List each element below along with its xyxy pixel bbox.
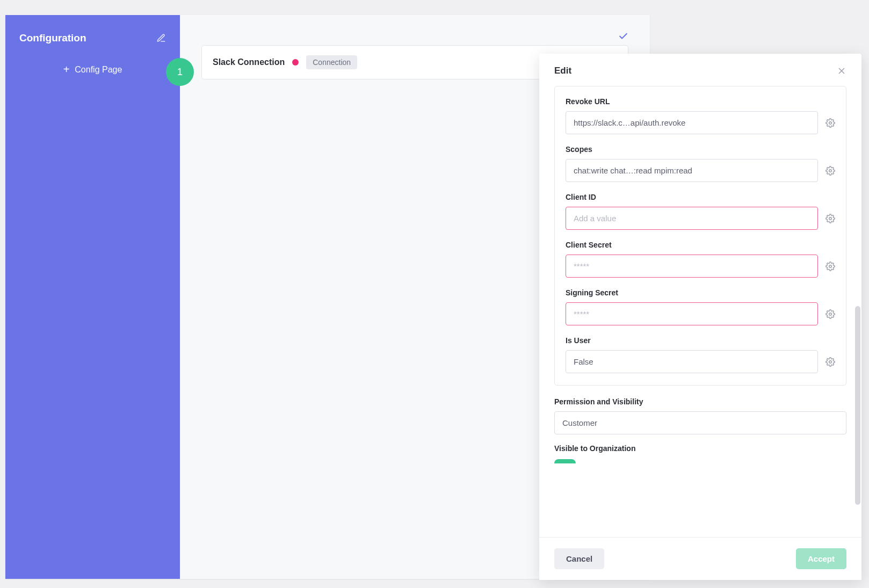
visible-org-toggle[interactable] (554, 459, 576, 463)
edit-panel-body: Revoke URL Scopes Client I (539, 86, 861, 537)
visible-org-label: Visible to Organization (554, 444, 846, 453)
signing-secret-input[interactable] (566, 302, 818, 325)
gear-icon[interactable] (825, 118, 835, 128)
edit-panel-footer: Cancel Accept (539, 537, 861, 580)
step-badge: 1 (166, 58, 194, 86)
gear-icon[interactable] (825, 214, 835, 223)
client-id-input[interactable] (566, 207, 818, 230)
accept-button[interactable]: Accept (796, 548, 846, 569)
connection-fields-section: Revoke URL Scopes Client I (554, 86, 846, 386)
cancel-button[interactable]: Cancel (554, 548, 604, 569)
status-dot-icon (292, 59, 299, 66)
field-client-secret: Client Secret (566, 241, 835, 278)
add-config-label: Config Page (75, 65, 122, 75)
field-client-id: Client ID (566, 193, 835, 230)
is-user-label: Is User (566, 336, 835, 345)
signing-secret-label: Signing Secret (566, 288, 835, 297)
sidebar-header: Configuration (19, 32, 166, 44)
revoke-url-input[interactable] (566, 111, 818, 134)
sidebar-title: Configuration (19, 32, 86, 44)
svg-point-6 (829, 313, 832, 315)
revoke-url-label: Revoke URL (566, 97, 835, 106)
edit-panel: Edit Revoke URL Scopes (539, 54, 861, 580)
permission-select[interactable]: Customer (554, 411, 846, 434)
connection-title: Slack Connection (213, 57, 285, 67)
client-id-label: Client ID (566, 193, 835, 201)
sidebar: Configuration 1 + Config Page (5, 15, 180, 579)
plus-icon: + (63, 63, 70, 76)
edit-panel-header: Edit (539, 54, 861, 86)
check-icon[interactable] (618, 31, 628, 41)
edit-panel-title: Edit (554, 66, 571, 76)
is-user-input[interactable] (566, 350, 818, 373)
field-is-user: Is User (566, 336, 835, 373)
scrollbar[interactable] (855, 306, 860, 505)
svg-point-5 (829, 265, 832, 267)
close-icon[interactable] (837, 66, 846, 76)
svg-point-2 (829, 121, 832, 124)
client-secret-label: Client Secret (566, 241, 835, 249)
field-signing-secret: Signing Secret (566, 288, 835, 325)
svg-point-7 (829, 360, 832, 363)
scopes-input[interactable] (566, 159, 818, 182)
gear-icon[interactable] (825, 166, 835, 176)
add-config-page-button[interactable]: + Config Page (19, 63, 166, 76)
scopes-label: Scopes (566, 145, 835, 154)
connection-tag: Connection (306, 55, 357, 69)
permission-label: Permission and Visibility (554, 397, 846, 406)
field-scopes: Scopes (566, 145, 835, 182)
field-revoke-url: Revoke URL (566, 97, 835, 134)
svg-point-3 (829, 169, 832, 172)
pencil-icon[interactable] (156, 33, 166, 43)
client-secret-input[interactable] (566, 255, 818, 278)
gear-icon[interactable] (825, 309, 835, 319)
svg-point-4 (829, 217, 832, 220)
gear-icon[interactable] (825, 262, 835, 271)
gear-icon[interactable] (825, 357, 835, 367)
